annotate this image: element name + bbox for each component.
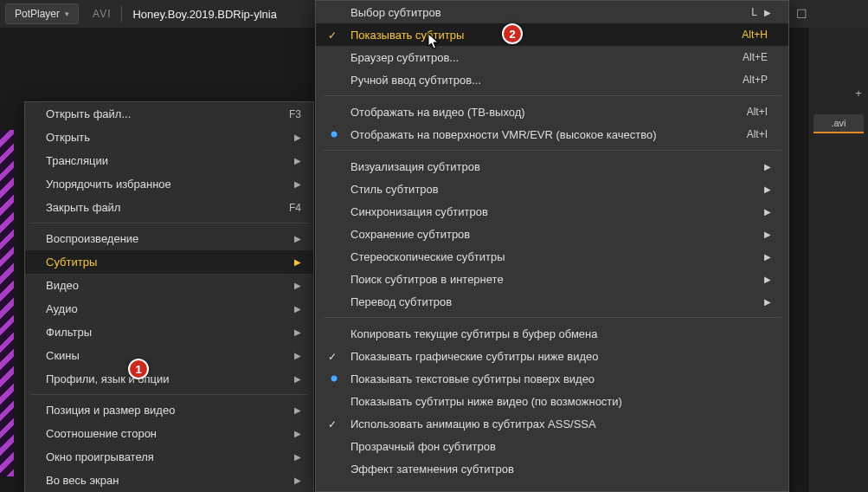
submenu-arrow-icon: ▶: [294, 257, 301, 267]
submenu-item[interactable]: Стиль субтитров▶: [316, 178, 788, 200]
maximize-button[interactable]: ☐: [788, 0, 814, 28]
submenu-item[interactable]: Синхронизация субтитров▶: [316, 200, 788, 223]
submenu-item[interactable]: Прозрачный фон субтитров: [316, 435, 788, 457]
submenu-arrow-icon: ▶: [764, 230, 771, 239]
submenu-item-label: Выбор субтитров: [350, 6, 751, 19]
menu-item[interactable]: Закрыть файлF4: [25, 196, 313, 219]
menu-separator: [323, 95, 781, 96]
submenu-item-label: Отображать на видео (ТВ-выход): [350, 106, 747, 119]
submenu-arrow-icon: ▶: [294, 304, 301, 314]
submenu-item[interactable]: Копировать текущие субтитры в буфер обме…: [316, 322, 788, 345]
right-tab-strip: + .avi: [807, 28, 868, 492]
submenu-item-label: Показывать текстовые субтитры поверх вид…: [350, 372, 771, 385]
submenu-arrow-icon: ▶: [764, 162, 771, 172]
menu-item[interactable]: Профили, язык и опции▶: [25, 367, 313, 391]
submenu-item[interactable]: Перевод субтитров▶: [316, 290, 788, 313]
menu-item[interactable]: Фильтры▶: [25, 320, 313, 344]
submenu-arrow-icon: ▶: [294, 476, 301, 485]
menu-item[interactable]: Аудио▶: [25, 297, 313, 320]
menu-item-label: Видео: [46, 279, 294, 292]
file-title: Honey.Boy.2019.BDRip-ylnia: [132, 8, 276, 21]
menu-item-label: Закрыть файл: [46, 201, 289, 214]
menu-item[interactable]: Скины▶: [25, 344, 313, 367]
callout-badge-1: 1: [128, 359, 149, 379]
menu-item[interactable]: Упорядочить избранное▶: [25, 172, 313, 196]
menu-separator: [323, 150, 781, 151]
submenu-item[interactable]: Эффект затемнения субтитров: [316, 457, 788, 480]
submenu-item[interactable]: Браузер субтитров...Alt+E: [316, 46, 788, 68]
submenu-arrow-icon: ▶: [764, 252, 771, 262]
submenu-item[interactable]: Использовать анимацию в субтитрах ASS/SS…: [316, 412, 788, 435]
submenu-item-label: Прозрачный фон субтитров: [350, 440, 771, 453]
menu-item[interactable]: Субтитры▶: [25, 250, 313, 274]
menu-item-label: Открыть: [46, 131, 294, 144]
format-label: AVI: [93, 8, 111, 20]
submenu-item-label: Ручной ввод субтитров...: [350, 74, 743, 87]
app-name-combo[interactable]: PotPlayer ▾: [5, 3, 79, 24]
submenu-arrow-icon: ▶: [764, 297, 771, 307]
submenu-item[interactable]: Выбор субтитровL▶: [316, 1, 788, 23]
menu-item-shortcut: F4: [289, 202, 301, 214]
submenu-item[interactable]: Поиск субтитров в интернете▶: [316, 268, 788, 290]
submenu-item-shortcut: Alt+I: [747, 128, 768, 140]
submenu-arrow-icon: ▶: [294, 374, 301, 384]
menu-item-label: Фильтры: [46, 326, 294, 339]
submenu-item-label: Стиль субтитров: [350, 183, 761, 196]
submenu-arrow-icon: ▶: [294, 405, 301, 415]
menu-item[interactable]: Воспроизведение▶: [25, 227, 313, 250]
menu-item-label: Профили, язык и опции: [46, 372, 294, 385]
submenu-item-label: Стереоскопические субтитры: [350, 250, 761, 263]
submenu-item[interactable]: Стереоскопические субтитры▶: [316, 245, 788, 268]
callout-badge-2: 2: [502, 23, 523, 44]
menu-item[interactable]: Видео▶: [25, 274, 313, 297]
submenu-arrow-icon: ▶: [294, 234, 301, 243]
submenu-item-shortcut: Alt+I: [747, 106, 768, 118]
menu-item[interactable]: Окно проигрывателя▶: [25, 445, 313, 469]
check-icon: [328, 29, 340, 41]
submenu-item-label: Использовать анимацию в субтитрах ASS/SS…: [350, 418, 771, 430]
submenu-item[interactable]: Показывать субтитры ниже видео (по возмо…: [316, 390, 788, 412]
submenu-item-label: Браузер субтитров...: [350, 51, 743, 64]
submenu-arrow-icon: ▶: [294, 429, 301, 438]
submenu-item[interactable]: Сохранение субтитров▶: [316, 223, 788, 245]
submenu-arrow-icon: ▶: [294, 452, 301, 462]
submenu-item-label: Копировать текущие субтитры в буфер обме…: [350, 327, 771, 340]
submenu-item-shortcut: Alt+P: [743, 74, 768, 86]
submenu-item[interactable]: Показывать текстовые субтитры поверх вид…: [316, 367, 788, 390]
submenu-item-label: Перевод субтитров: [350, 295, 761, 308]
submenu-arrow-icon: ▶: [294, 179, 301, 189]
menu-item-label: Открыть файл...: [46, 107, 289, 120]
check-icon: [328, 350, 340, 362]
menu-item-shortcut: F3: [289, 108, 301, 120]
submenu-item-label: Показывать графические субтитры ниже вид…: [350, 350, 771, 363]
submenu-item-label: Показывать субтитры: [350, 29, 742, 42]
submenu-item[interactable]: Отображать на видео (ТВ-выход)Alt+I: [316, 100, 788, 123]
submenu-arrow-icon: ▶: [294, 281, 301, 290]
submenu-arrow-icon: ▶: [764, 184, 771, 194]
menu-item[interactable]: Во весь экран▶: [25, 469, 313, 492]
menu-item[interactable]: Позиция и размер видео▶: [25, 398, 313, 422]
cursor-icon: [428, 33, 440, 50]
add-tab-button[interactable]: +: [851, 87, 866, 100]
submenu-item[interactable]: Визуализация субтитров▶: [316, 155, 788, 178]
menu-item-label: Трансляции: [46, 154, 294, 167]
submenu-item-label: Сохранение субтитров: [350, 228, 761, 241]
submenu-item-label: Визуализация субтитров: [350, 160, 761, 173]
submenu-item[interactable]: Показывать субтитрыAlt+H: [316, 23, 788, 46]
submenu-item[interactable]: Показывать графические субтитры ниже вид…: [316, 345, 788, 367]
radio-icon: [330, 130, 338, 139]
submenu-item[interactable]: Ручной ввод субтитров...Alt+P: [316, 68, 788, 91]
chevron-down-icon: ▾: [65, 10, 69, 18]
menu-item[interactable]: Открыть файл...F3: [25, 102, 313, 126]
submenu-item[interactable]: Отображать на поверхности VMR/EVR (высок…: [316, 123, 788, 146]
menu-item[interactable]: Соотношение сторон▶: [25, 422, 313, 445]
submenu-arrow-icon: ▶: [294, 156, 301, 165]
playlist-tab[interactable]: .avi: [813, 114, 864, 133]
submenu-item-label: Показывать субтитры ниже видео (по возмо…: [350, 395, 771, 408]
menu-item[interactable]: Трансляции▶: [25, 149, 313, 172]
menu-item[interactable]: Открыть▶: [25, 126, 313, 149]
menu-item-label: Окно проигрывателя: [46, 450, 294, 463]
submenu-arrow-icon: ▶: [294, 327, 301, 337]
menu-item-label: Позиция и размер видео: [46, 404, 294, 417]
submenu-item-label: Отображать на поверхности VMR/EVR (высок…: [350, 128, 747, 141]
